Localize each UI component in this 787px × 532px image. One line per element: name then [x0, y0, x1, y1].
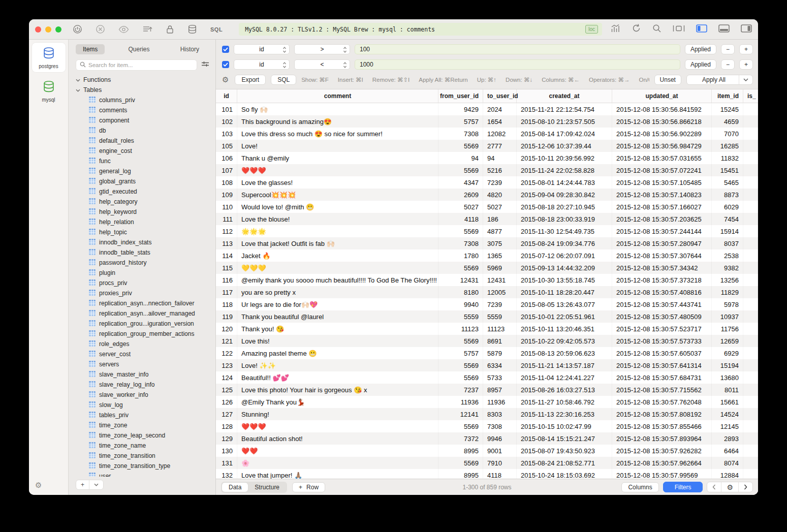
cell-updated_at[interactable]: 2015-12-08 15:30:57.893964 — [612, 432, 712, 445]
cell-from_user_id[interactable]: 1780 — [438, 249, 483, 262]
cell-created_at[interactable]: 2015-08-18 20:27:10.945 — [517, 201, 612, 213]
cell-item_id[interactable]: 10937 — [712, 310, 743, 323]
cell-created_at[interactable]: 2015-10-11 20:39:56.992 — [517, 152, 612, 164]
cell-updated_at[interactable]: 2015-12-08 15:30:57.523717 — [612, 323, 712, 335]
cell-item_id[interactable]: 8011 — [712, 384, 743, 396]
sidebar-table-item[interactable]: component — [76, 115, 215, 126]
remove-filter-button[interactable]: − — [721, 59, 735, 70]
cell-comment[interactable]: Love the blouse! — [237, 213, 438, 225]
cell-to_user_id[interactable]: 5559 — [483, 310, 517, 323]
unset-button[interactable]: Unset — [654, 75, 681, 85]
cell-is[interactable] — [743, 408, 758, 420]
cell-is[interactable] — [743, 335, 758, 347]
cell-created_at[interactable]: 2015-12-06 10:37:39.44 — [517, 140, 612, 152]
cell-comment[interactable]: ❤️❤️ — [237, 445, 438, 457]
cell-created_at[interactable]: 2015-08-07 19:43:50.923 — [517, 445, 612, 457]
cell-updated_at[interactable]: 2015-12-08 15:30:56.841592 — [612, 103, 712, 115]
sidebar-table-item[interactable]: time_zone_transition — [76, 451, 215, 461]
cell-is[interactable] — [743, 274, 758, 286]
cell-comment[interactable]: Love that jumper! 🙏🏽 — [237, 469, 438, 479]
cell-from_user_id[interactable]: 5757 — [438, 115, 483, 128]
filter-applied-button[interactable]: Applied — [685, 59, 716, 70]
column-header-id[interactable]: id — [216, 89, 237, 103]
filter-value-input[interactable] — [355, 44, 680, 54]
cell-created_at[interactable]: 2015-07-12 06:20:07.091 — [517, 249, 612, 262]
cell-created_at[interactable]: 2015-11-21 14:13:57.187 — [517, 359, 612, 371]
zoom-window-button[interactable] — [55, 26, 61, 33]
cell-updated_at[interactable]: 2015-12-08 15:30:57.072241 — [612, 164, 712, 176]
sidebar-table-item[interactable]: time_zone — [76, 420, 215, 430]
cell-id[interactable]: 105 — [216, 140, 237, 152]
cell-created_at[interactable]: 2015-08-01 14:24:44.783 — [517, 176, 612, 189]
column-header-item_id[interactable]: item_id — [712, 89, 743, 103]
cell-comment[interactable]: Thank you beautiful @laurel — [237, 310, 438, 323]
filter-gear-icon[interactable]: ⚙ — [222, 75, 229, 84]
cell-from_user_id[interactable]: 5569 — [438, 371, 483, 384]
cell-updated_at[interactable]: 2015-12-08 15:30:57.105485 — [612, 176, 712, 189]
cell-id[interactable]: 101 — [216, 103, 237, 115]
group-tables[interactable]: Tables — [76, 85, 215, 95]
cell-updated_at[interactable]: 2015-12-08 15:30:57.855466 — [612, 420, 712, 432]
column-header-comment[interactable]: comment — [237, 89, 438, 103]
column-header-updated_at[interactable]: updated_at — [612, 89, 712, 103]
sidebar-table-item[interactable]: help_keyword — [76, 207, 215, 217]
cell-item_id[interactable]: 16285 — [712, 140, 743, 152]
cell-id[interactable]: 125 — [216, 384, 237, 396]
column-header-is[interactable]: is_ — [743, 89, 758, 103]
sidebar-table-item[interactable]: replication_group_member_actions — [76, 329, 215, 339]
cell-id[interactable]: 117 — [216, 286, 237, 298]
sidebar-table-item[interactable]: proxies_priv — [76, 288, 215, 298]
sidebar-table-item[interactable]: db — [76, 126, 215, 136]
cell-is[interactable] — [743, 262, 758, 274]
cell-id[interactable]: 112 — [216, 225, 237, 237]
sidebar-table-item[interactable]: slow_log — [76, 400, 215, 410]
cell-from_user_id[interactable]: 12431 — [438, 274, 483, 286]
apply-all-button[interactable]: Apply All — [686, 75, 753, 85]
cell-created_at[interactable]: 2015-08-13 20:59:06.623 — [517, 347, 612, 359]
cell-updated_at[interactable]: 2015-12-08 15:30:57.203625 — [612, 213, 712, 225]
minimize-window-button[interactable] — [45, 26, 51, 33]
cell-from_user_id[interactable]: 5569 — [438, 420, 483, 432]
cell-item_id[interactable]: 15451 — [712, 164, 743, 176]
add-filter-button[interactable]: + — [739, 44, 753, 54]
cell-comment[interactable]: Amazing pastel theme 😬 — [237, 347, 438, 359]
cell-updated_at[interactable]: 2015-12-08 15:30:57.307644 — [612, 249, 712, 262]
cell-created_at[interactable]: 2015-08-05 13:26:43.077 — [517, 298, 612, 310]
cell-item_id[interactable]: 13680 — [712, 371, 743, 384]
cell-item_id[interactable]: 9382 — [712, 262, 743, 274]
cell-from_user_id[interactable]: 11936 — [438, 396, 483, 408]
cell-comment[interactable]: @emily thank you soooo much beautiful!!!… — [237, 274, 438, 286]
cell-created_at[interactable]: 2015-10-11 13:20:46.351 — [517, 323, 612, 335]
cell-is[interactable] — [743, 445, 758, 457]
column-header-created_at[interactable]: created_at — [517, 89, 612, 103]
column-header-from_user_id[interactable]: from_user_id — [438, 89, 483, 103]
cell-is[interactable] — [743, 237, 758, 249]
tab-items[interactable]: Items — [76, 44, 105, 54]
sidebar-table-item[interactable]: replication_asyn...nnection_failover — [76, 298, 215, 308]
cell-is[interactable] — [743, 469, 758, 479]
cell-id[interactable]: 128 — [216, 420, 237, 432]
cell-created_at[interactable]: 2015-08-18 23:00:33.919 — [517, 213, 612, 225]
sidebar-table-item[interactable]: columns_priv — [76, 95, 215, 105]
cell-item_id[interactable]: 12145 — [712, 420, 743, 432]
cell-to_user_id[interactable]: 8691 — [483, 335, 517, 347]
cell-is[interactable] — [743, 298, 758, 310]
cell-from_user_id[interactable]: 5027 — [438, 201, 483, 213]
cell-created_at[interactable]: 2015-10-11 18:28:20.447 — [517, 286, 612, 298]
cell-id[interactable]: 113 — [216, 237, 237, 249]
cell-to_user_id[interactable]: 186 — [483, 213, 517, 225]
cell-comment[interactable]: Love that jacket! Outfit is fab 🙌🏻 — [237, 237, 438, 249]
sql-button[interactable]: SQL — [271, 75, 296, 85]
disconnect-icon[interactable] — [96, 24, 105, 34]
cell-item_id[interactable]: 8074 — [712, 457, 743, 469]
cell-comment[interactable]: 🌸 — [237, 457, 438, 469]
cell-id[interactable]: 130 — [216, 445, 237, 457]
sidebar-table-item[interactable]: slave_worker_info — [76, 390, 215, 400]
cell-comment[interactable]: Ur legs are to die for🙌🏻💖 — [237, 298, 438, 310]
cell-to_user_id[interactable]: 1654 — [483, 115, 517, 128]
cell-is[interactable] — [743, 396, 758, 408]
cell-comment[interactable]: Beautiful action shot! — [237, 432, 438, 445]
cell-from_user_id[interactable]: 4118 — [438, 213, 483, 225]
lock-icon[interactable] — [166, 24, 174, 34]
cell-to_user_id[interactable]: 6334 — [483, 359, 517, 371]
